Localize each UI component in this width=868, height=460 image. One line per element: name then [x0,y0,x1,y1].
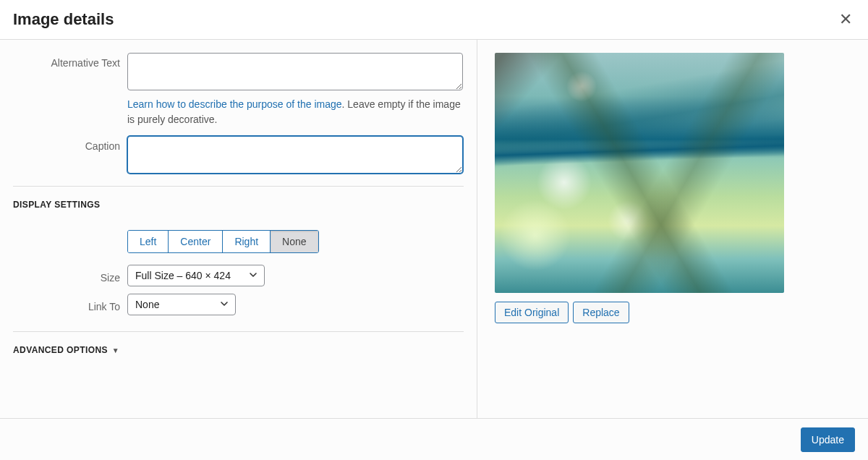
close-icon[interactable]: ✕ [836,10,855,29]
alt-text-control: Learn how to describe the purpose of the… [127,53,464,127]
modal-content: Alternative Text Learn how to describe t… [0,40,868,420]
alt-text-help: Learn how to describe the purpose of the… [127,97,463,127]
advanced-options-toggle[interactable]: ADVANCED OPTIONS ▼ [13,345,464,355]
size-select[interactable]: Full Size – 640 × 424 [127,265,265,286]
row-caption: Caption [0,136,464,176]
update-button[interactable]: Update [801,427,855,452]
align-button-group: Left Center Right None [127,230,319,253]
modal-footer: Update [0,418,868,460]
replace-button[interactable]: Replace [573,302,629,323]
link-to-select[interactable]: None [127,294,236,315]
display-settings-heading: DISPLAY SETTINGS [13,200,464,210]
link-to-control: None [127,294,464,315]
alt-text-input[interactable] [127,53,463,90]
alt-text-help-link[interactable]: Learn how to describe the purpose of the… [127,98,342,110]
align-left-button[interactable]: Left [128,231,169,252]
size-label: Size [0,268,127,284]
caption-input[interactable] [127,136,463,174]
divider [13,186,464,187]
preview-actions: Edit Original Replace [495,302,855,323]
caption-label: Caption [0,136,127,152]
size-control: Full Size – 640 × 424 [127,265,464,286]
image-preview [495,53,784,293]
caret-down-icon: ▼ [112,346,119,354]
divider [13,331,464,332]
row-align: Left Center Right None [0,230,464,253]
advanced-options-heading: ADVANCED OPTIONS [13,345,108,355]
align-right-button[interactable]: Right [223,231,271,252]
edit-original-button[interactable]: Edit Original [495,302,569,323]
modal-title: Image details [13,10,114,29]
left-panel: Alternative Text Learn how to describe t… [0,40,477,420]
right-panel: Edit Original Replace [477,40,868,420]
alt-text-label: Alternative Text [0,53,127,69]
modal-header: Image details ✕ [0,0,868,40]
caption-control [127,136,464,176]
row-alt-text: Alternative Text Learn how to describe t… [0,53,464,127]
row-size: Size Full Size – 640 × 424 [0,265,464,286]
align-none-button[interactable]: None [271,231,318,252]
link-to-label: Link To [0,297,127,312]
align-control: Left Center Right None [127,230,464,253]
row-link-to: Link To None [0,294,464,315]
align-label-spacer [0,239,127,244]
align-center-button[interactable]: Center [169,231,223,252]
